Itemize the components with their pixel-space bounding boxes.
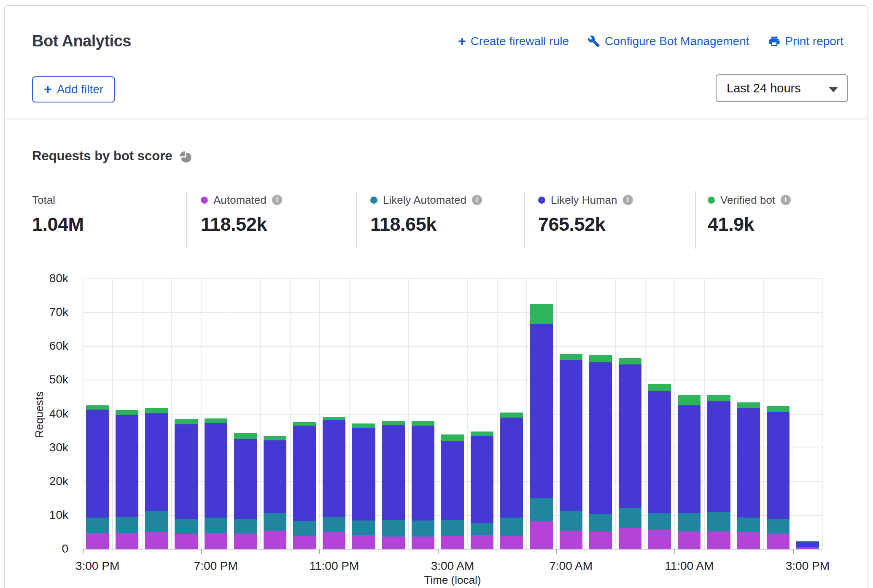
bar-segment-likely-automated[interactable] bbox=[560, 511, 582, 530]
info-icon[interactable]: i bbox=[781, 195, 791, 205]
stacked-bar[interactable] bbox=[678, 395, 701, 549]
stacked-bar[interactable] bbox=[767, 406, 789, 549]
bar-segment-likely-automated[interactable] bbox=[352, 521, 375, 535]
bar-segment-likely-human[interactable] bbox=[382, 425, 405, 520]
print-report-link[interactable]: Print report bbox=[768, 35, 844, 48]
bar-segment-likely-automated[interactable] bbox=[530, 498, 552, 521]
stacked-bar[interactable] bbox=[796, 541, 819, 549]
stacked-bar[interactable] bbox=[500, 413, 523, 549]
bar-segment-likely-automated[interactable] bbox=[116, 517, 138, 533]
bar-segment-likely-human[interactable] bbox=[707, 401, 730, 512]
bar-segment-automated[interactable] bbox=[707, 531, 730, 549]
bar-segment-likely-human[interactable] bbox=[530, 324, 552, 498]
bar-segment-likely-automated[interactable] bbox=[678, 513, 701, 531]
bar-segment-verified-bot[interactable] bbox=[560, 354, 582, 360]
bar-segment-automated[interactable] bbox=[352, 535, 375, 549]
bar-segment-verified-bot[interactable] bbox=[441, 434, 464, 440]
bar-segment-automated[interactable] bbox=[648, 530, 671, 549]
bar-segment-likely-automated[interactable] bbox=[382, 520, 405, 537]
stacked-bar[interactable] bbox=[589, 355, 612, 549]
bar-segment-likely-human[interactable] bbox=[471, 436, 493, 523]
stacked-bar[interactable] bbox=[530, 304, 552, 549]
bar-segment-likely-human[interactable] bbox=[352, 428, 375, 521]
bar-segment-verified-bot[interactable] bbox=[678, 395, 701, 405]
bar-segment-verified-bot[interactable] bbox=[234, 433, 257, 439]
bar-segment-likely-automated[interactable] bbox=[323, 517, 345, 532]
bar-segment-likely-automated[interactable] bbox=[767, 519, 789, 534]
bar-segment-likely-human[interactable] bbox=[175, 424, 197, 519]
bar-segment-likely-automated[interactable] bbox=[264, 513, 286, 531]
bar-segment-likely-automated[interactable] bbox=[412, 521, 434, 537]
bar-segment-automated[interactable] bbox=[619, 528, 641, 549]
bar-segment-likely-human[interactable] bbox=[589, 362, 612, 514]
bar-segment-likely-automated[interactable] bbox=[86, 518, 109, 534]
stacked-bar[interactable] bbox=[323, 417, 345, 549]
stacked-bar[interactable] bbox=[471, 432, 493, 549]
bar-segment-verified-bot[interactable] bbox=[471, 432, 493, 436]
bar-segment-likely-human[interactable] bbox=[796, 542, 819, 548]
bar-segment-likely-human[interactable] bbox=[412, 426, 434, 521]
bar-segment-verified-bot[interactable] bbox=[382, 421, 405, 425]
bar-segment-verified-bot[interactable] bbox=[530, 304, 552, 324]
stacked-bar[interactable] bbox=[234, 433, 257, 549]
bar-segment-automated[interactable] bbox=[382, 537, 405, 549]
bar-segment-likely-human[interactable] bbox=[737, 408, 760, 518]
bar-segment-likely-automated[interactable] bbox=[441, 520, 464, 536]
bar-segment-verified-bot[interactable] bbox=[737, 402, 760, 408]
bar-segment-verified-bot[interactable] bbox=[264, 436, 286, 440]
bar-segment-verified-bot[interactable] bbox=[352, 423, 375, 428]
bar-segment-likely-human[interactable] bbox=[648, 391, 671, 513]
bar-segment-verified-bot[interactable] bbox=[412, 421, 434, 425]
stacked-bar[interactable] bbox=[707, 395, 730, 549]
stacked-bar[interactable] bbox=[412, 421, 434, 549]
bar-segment-automated[interactable] bbox=[116, 533, 138, 549]
bar-segment-automated[interactable] bbox=[589, 532, 612, 549]
info-icon[interactable]: i bbox=[472, 195, 482, 205]
time-range-select[interactable]: Last 24 hours bbox=[716, 74, 848, 102]
bar-segment-likely-human[interactable] bbox=[323, 420, 345, 517]
add-filter-button[interactable]: + Add filter bbox=[32, 76, 115, 102]
bar-segment-likely-automated[interactable] bbox=[205, 518, 227, 534]
bar-segment-likely-automated[interactable] bbox=[589, 514, 612, 532]
bar-segment-verified-bot[interactable] bbox=[619, 358, 641, 364]
bar-segment-likely-human[interactable] bbox=[205, 423, 227, 517]
bar-segment-likely-automated[interactable] bbox=[175, 519, 197, 534]
bar-segment-likely-automated[interactable] bbox=[145, 511, 168, 532]
bar-segment-automated[interactable] bbox=[560, 531, 582, 549]
bar-segment-verified-bot[interactable] bbox=[767, 406, 789, 412]
bar-segment-automated[interactable] bbox=[175, 534, 197, 549]
bar-segment-likely-automated[interactable] bbox=[471, 523, 493, 536]
bar-segment-likely-human[interactable] bbox=[500, 418, 523, 518]
info-icon[interactable]: i bbox=[623, 195, 633, 205]
bar-segment-likely-human[interactable] bbox=[441, 441, 464, 520]
stacked-bar[interactable] bbox=[145, 408, 168, 549]
bar-segment-likely-human[interactable] bbox=[619, 364, 641, 508]
bar-segment-verified-bot[interactable] bbox=[323, 417, 345, 420]
bar-segment-automated[interactable] bbox=[86, 533, 109, 549]
bar-segment-verified-bot[interactable] bbox=[500, 413, 523, 418]
stacked-bar[interactable] bbox=[648, 384, 671, 549]
bar-segment-automated[interactable] bbox=[145, 532, 168, 549]
stacked-bar[interactable] bbox=[205, 418, 227, 549]
stacked-bar[interactable] bbox=[86, 405, 109, 549]
bar-segment-likely-human[interactable] bbox=[145, 413, 168, 511]
bar-segment-automated[interactable] bbox=[264, 531, 286, 549]
bar-segment-verified-bot[interactable] bbox=[86, 405, 109, 410]
bar-segment-automated[interactable] bbox=[293, 536, 316, 549]
stacked-bar[interactable] bbox=[619, 358, 641, 549]
stacked-bar[interactable] bbox=[264, 436, 286, 549]
bar-segment-automated[interactable] bbox=[530, 521, 552, 550]
stacked-bar[interactable] bbox=[737, 402, 760, 549]
bar-segment-likely-human[interactable] bbox=[234, 439, 257, 519]
bar-segment-likely-automated[interactable] bbox=[707, 512, 730, 531]
bar-segment-verified-bot[interactable] bbox=[293, 422, 316, 426]
bar-segment-verified-bot[interactable] bbox=[205, 418, 227, 423]
bar-segment-verified-bot[interactable] bbox=[589, 355, 612, 362]
bar-segment-likely-automated[interactable] bbox=[293, 521, 316, 536]
bar-segment-automated[interactable] bbox=[323, 532, 345, 549]
bar-segment-verified-bot[interactable] bbox=[175, 419, 197, 424]
bar-segment-likely-automated[interactable] bbox=[234, 519, 257, 534]
bar-segment-verified-bot[interactable] bbox=[116, 410, 138, 415]
bar-segment-automated[interactable] bbox=[767, 534, 789, 549]
info-icon[interactable]: i bbox=[272, 195, 282, 205]
